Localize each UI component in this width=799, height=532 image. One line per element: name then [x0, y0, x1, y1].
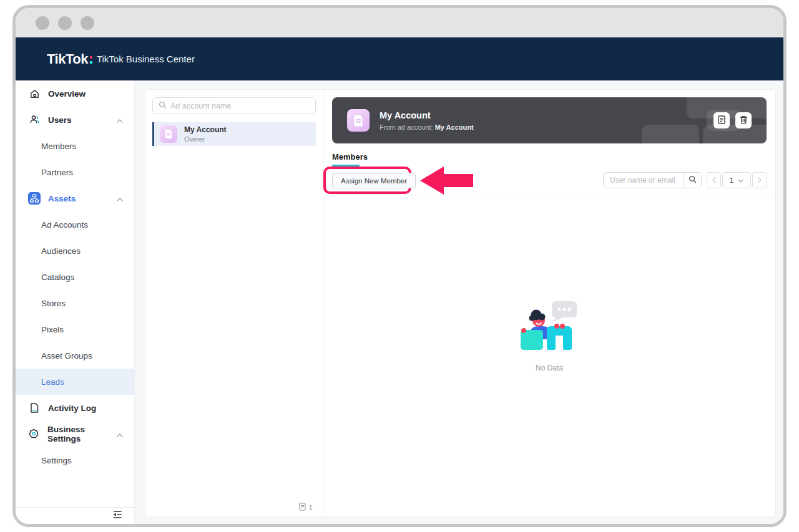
ad-account-list-item[interactable]: My Account Owner	[152, 122, 316, 146]
sidebar-item-asset-groups[interactable]: Asset Groups	[16, 342, 134, 369]
tiktok-logo: TikTok	[47, 51, 88, 67]
account-name: My Account	[184, 125, 227, 135]
member-search[interactable]	[603, 172, 702, 188]
sidebar-item-pixels[interactable]: Pixels	[16, 316, 134, 342]
home-icon	[28, 87, 41, 100]
account-subtitle: From ad account: My Account	[380, 123, 474, 131]
main-area: My Account Owner 1	[135, 80, 783, 524]
ad-account-search-input[interactable]	[170, 102, 310, 110]
users-icon	[28, 114, 41, 126]
sidebar-footer	[16, 507, 134, 524]
member-search-input[interactable]	[604, 176, 684, 185]
sidebar-item-ad-accounts[interactable]: Ad Accounts	[16, 211, 134, 238]
content-card: My Account Owner 1	[145, 89, 776, 517]
sidebar-item-settings[interactable]: Settings	[16, 447, 134, 473]
chevron-up-icon[interactable]	[117, 428, 123, 440]
account-role: Owner	[184, 135, 227, 143]
sidebar-item-overview[interactable]: Overview	[16, 80, 134, 107]
window-dot	[81, 16, 94, 30]
document-icon	[718, 115, 725, 126]
ad-account-list-panel: My Account Owner 1	[145, 90, 323, 516]
chevron-down-icon	[738, 177, 743, 184]
annotation-arrow-left-icon	[420, 166, 473, 198]
no-data-illustration	[518, 300, 581, 354]
sidebar-item-users[interactable]: Users	[16, 107, 134, 133]
window-titlebar	[16, 8, 783, 37]
sidebar: Overview Users Members Partners	[16, 80, 135, 524]
sidebar-item-members[interactable]: Members	[16, 133, 134, 159]
sidebar-item-catalogs[interactable]: Catalogs	[16, 264, 134, 290]
sidebar-item-stores[interactable]: Stores	[16, 290, 134, 316]
assign-new-member-button[interactable]: Assign New Member	[332, 173, 416, 188]
assets-icon	[28, 192, 41, 205]
pagination-page-select[interactable]: 1	[722, 172, 751, 188]
browser-window: TikTok TikTok Business Center Overview U…	[12, 5, 787, 527]
delete-button[interactable]	[735, 112, 752, 128]
chevron-up-icon[interactable]	[117, 114, 123, 125]
empty-state: No Data	[332, 300, 767, 372]
business-settings-icon	[28, 428, 40, 440]
account-title: My Account	[380, 110, 474, 121]
chevron-right-icon	[758, 175, 762, 186]
app-header: TikTok TikTok Business Center	[16, 37, 783, 80]
pagination: 1	[707, 172, 767, 188]
list-page-indicator[interactable]: 1	[299, 503, 313, 512]
search-icon	[689, 175, 697, 185]
page-icon	[299, 503, 306, 512]
sidebar-item-activity-log[interactable]: Activity Log	[16, 395, 134, 421]
tiktok-logo-colon-icon	[90, 56, 92, 64]
chevron-up-icon[interactable]	[117, 193, 123, 204]
sidebar-item-assets[interactable]: Assets	[16, 185, 134, 211]
sidebar-item-business-settings[interactable]: Business Settings	[16, 421, 134, 447]
search-icon	[159, 100, 167, 112]
window-dot	[36, 16, 49, 30]
account-doc-icon	[160, 125, 177, 143]
pagination-prev-button[interactable]	[707, 172, 721, 188]
sidebar-item-audiences[interactable]: Audiences	[16, 238, 134, 264]
toolbar-divider	[323, 195, 775, 195]
collapse-sidebar-icon[interactable]	[112, 510, 123, 522]
ad-account-search[interactable]	[152, 97, 316, 114]
trash-icon	[740, 115, 748, 126]
activity-log-icon	[28, 402, 41, 414]
decor-block	[642, 125, 699, 143]
sidebar-item-leads[interactable]: Leads	[16, 369, 134, 395]
account-header-card: My Account From ad account: My Account	[332, 97, 767, 143]
no-data-label: No Data	[536, 364, 563, 372]
window-dot	[58, 16, 72, 30]
view-details-button[interactable]	[713, 112, 730, 128]
account-detail-panel: My Account From ad account: My Account	[323, 90, 775, 516]
sidebar-item-partners[interactable]: Partners	[16, 159, 134, 185]
tab-members[interactable]: Members	[332, 152, 368, 167]
chevron-left-icon	[712, 175, 716, 186]
member-search-button[interactable]	[684, 172, 701, 188]
product-name: TikTok Business Center	[97, 54, 195, 64]
account-doc-icon	[347, 109, 370, 132]
members-toolbar: Assign New Member	[332, 167, 767, 195]
pagination-next-button[interactable]	[752, 172, 767, 188]
